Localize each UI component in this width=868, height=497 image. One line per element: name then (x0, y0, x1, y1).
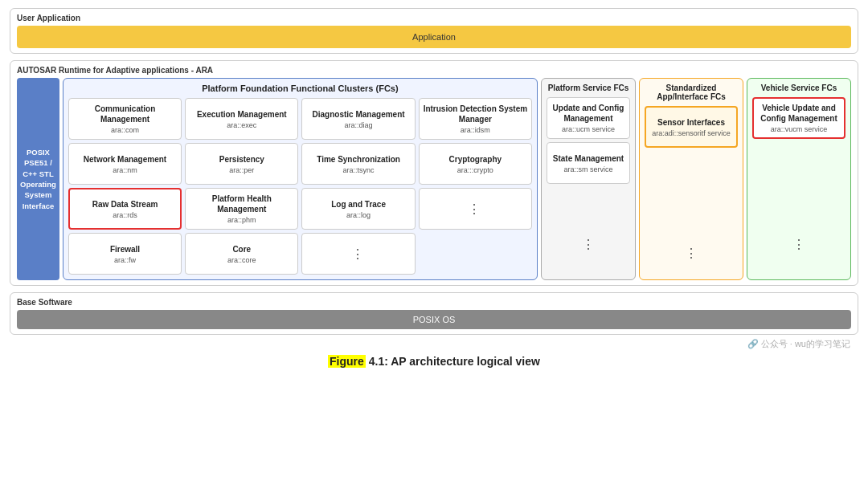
figure-caption: Figure 4.1: AP architecture logical view (10, 352, 858, 371)
std-sensor: Sensor Interfaces ara:adi::sensoritf ser… (645, 106, 738, 148)
fc-dots-3: ⋮ (419, 188, 532, 230)
fc-phm: Platform Health Management ara::phm (185, 188, 298, 230)
fc-net-mgmt: Network Management ara::nm (68, 143, 182, 185)
ps-sm: State Management ara::sm service (547, 142, 630, 184)
ara-label: AUTOSAR Runtime for Adaptive application… (17, 66, 851, 75)
ps-ucm: Update and Config Management ara::ucm se… (547, 97, 630, 139)
fc-exec-mgmt: Execution Management ara::exec (185, 98, 298, 140)
user-app-section: User Application Application (10, 8, 858, 54)
fc-log-trace: Log and Trace ara::log (301, 188, 415, 230)
fc-time-sync: Time Synchronization ara::tsync (301, 143, 415, 185)
vehicle-grid: Vehicle Update and Config Management ara… (752, 97, 845, 275)
fc-firewall: Firewall ara::fw (68, 233, 182, 275)
posix-os-bar: POSIX OS (17, 310, 851, 329)
figure-rest: 4.1: AP architecture logical view (366, 355, 540, 368)
veh-vucm: Vehicle Update and Config Management ara… (752, 97, 845, 139)
platform-service-title: Platform Service FCs (547, 84, 630, 92)
platform-foundation: Platform Foundation Functional Clusters … (63, 78, 538, 280)
ara-inner: POSIXPSE51 /C++ STLOperatingSystemInterf… (17, 78, 851, 280)
fc-empty-4 (419, 233, 532, 275)
ara-section: AUTOSAR Runtime for Adaptive application… (10, 60, 858, 286)
fc-raw-data: Raw Data Stream ara::rds (68, 188, 182, 230)
veh-empty1 (752, 142, 845, 184)
fc-core: Core ara::core (185, 233, 298, 275)
posix-text: POSIXPSE51 /C++ STLOperatingSystemInterf… (20, 147, 56, 211)
platform-foundation-title: Platform Foundation Functional Clusters … (68, 84, 532, 93)
fc-comm-mgmt: Communication Management ara::com (68, 98, 182, 140)
veh-empty2 (752, 187, 845, 229)
base-software-label: Base Software (17, 298, 851, 307)
std-empty1 (645, 151, 738, 193)
fc-persistency: Persistency ara::per (185, 143, 298, 185)
fc-row-1: Communication Management ara::com Execut… (68, 98, 532, 140)
fc-dots-4: ⋮ (301, 233, 415, 275)
vehicle-fc: Vehicle Service FCs Vehicle Update and C… (747, 78, 851, 280)
standardized-fc: Standardized App/Interface FCs Sensor In… (639, 78, 743, 280)
user-app-label: User Application (17, 14, 851, 22)
fc-row-3: Raw Data Stream ara::rds Platform Health… (68, 188, 532, 230)
standardized-grid: Sensor Interfaces ara:adi::sensoritf ser… (645, 106, 738, 275)
vehicle-fc-title: Vehicle Service FCs (752, 84, 845, 92)
base-software-section: Base Software POSIX OS (10, 292, 858, 335)
figure-highlight: Figure (328, 355, 366, 368)
ps-empty1 (547, 187, 630, 229)
veh-dots: ⋮ (752, 232, 845, 256)
fc-ids-mgmt: Intrusion Detection System Manager ara::… (419, 98, 532, 140)
fc-row-2: Network Management ara::nm Persistency a… (68, 143, 532, 185)
platform-service-grid: Update and Config Management ara::ucm se… (547, 97, 630, 275)
ps-dots: ⋮ (547, 232, 630, 256)
posix-sidebar: POSIXPSE51 /C++ STLOperatingSystemInterf… (17, 78, 59, 280)
std-empty2 (645, 196, 738, 238)
std-dots: ⋮ (645, 241, 738, 265)
fc-diag-mgmt: Diagnostic Management ara::diag (301, 98, 415, 140)
main-container: User Application Application AUTOSAR Run… (0, 0, 868, 379)
fc-cryptography: Cryptography ara:::crypto (419, 143, 532, 185)
app-bar: Application (17, 26, 851, 48)
watermark: 🔗 公众号 · wu的学习笔记 (10, 338, 858, 350)
standardized-fc-title: Standardized App/Interface FCs (645, 84, 738, 101)
platform-service-fc: Platform Service FCs Update and Config M… (541, 78, 636, 280)
fc-row-4: Firewall ara::fw Core ara::core ⋮ (68, 233, 532, 275)
